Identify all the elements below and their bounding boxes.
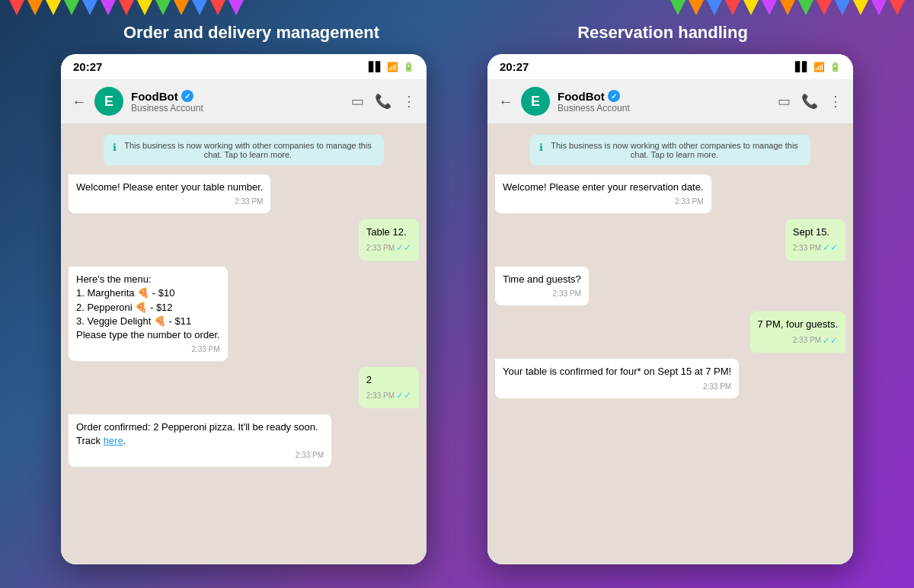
header-icons-2: ▭ 📞 ⋮ <box>778 93 842 110</box>
msg-time: 2:33 PM <box>76 197 263 207</box>
msg-time: 2:33 PM ✓✓ <box>366 389 411 402</box>
msg-text: 7 PM, four guests. <box>758 318 839 330</box>
business-notice-2: ℹ This business is now working with othe… <box>530 135 810 165</box>
status-icons-1: ▋▋ 📶 🔋 <box>369 62 414 72</box>
menu-icon[interactable]: ⋮ <box>829 93 842 110</box>
msg-received-1: Welcome! Please enter your table number.… <box>69 174 270 213</box>
msg-received-2: Time and guests? 2:33 PM <box>495 267 589 305</box>
chat-body-1: ℹ This business is now working with othe… <box>61 124 427 564</box>
wifi-icon: 📶 <box>387 62 398 72</box>
msg-text: Welcome! Please enter your table number. <box>76 181 263 193</box>
time-2: 20:27 <box>500 60 529 73</box>
section2-title: Reservation handling <box>478 23 848 43</box>
msg-time: 2:33 PM <box>503 197 704 207</box>
phones-container: 20:27 ▋▋ 📶 🔋 ← E FoodBot ✓ Business Acco… <box>0 54 914 564</box>
verified-icon: ✓ <box>181 90 193 102</box>
battery-icon: 🔋 <box>403 62 414 72</box>
msg-received-3: Order confirmed: 2 Pepperoni pizza. It'l… <box>69 414 331 467</box>
section1-title: Order and delivery management <box>66 23 436 43</box>
verified-icon: ✓ <box>608 90 620 102</box>
msg-text: Welcome! Please enter your reservation d… <box>503 181 704 193</box>
msg-received-2: Here's the menu: 1. Margherita 🍕 - $10 2… <box>69 267 228 361</box>
chat-info-2: FoodBot ✓ Business Account <box>558 90 770 113</box>
msg-text: Table 12. <box>366 226 407 238</box>
msg-text: Order confirmed: 2 Pepperoni pizza. It'l… <box>76 421 318 446</box>
read-receipt-icon: ✓✓ <box>396 389 411 402</box>
avatar-1: E <box>94 87 123 116</box>
track-link[interactable]: here <box>104 435 123 446</box>
bot-name-1: FoodBot ✓ <box>131 90 344 103</box>
info-icon: ℹ <box>539 142 543 153</box>
msg-sent-2: 7 PM, four guests. 2:33 PM ✓✓ <box>750 312 846 353</box>
chat-header-1: ← E FoodBot ✓ Business Account ▭ 📞 ⋮ <box>61 79 427 124</box>
read-receipt-icon: ✓✓ <box>823 334 838 347</box>
msg-text: 2 <box>366 374 372 385</box>
msg-time: 2:33 PM <box>76 344 220 355</box>
wifi-icon: 📶 <box>813 62 825 72</box>
avatar-2: E <box>521 87 550 116</box>
msg-text: Sept 15. <box>793 226 829 238</box>
status-bar-1: 20:27 ▋▋ 📶 🔋 <box>61 54 427 79</box>
msg-text: Time and guests? <box>503 273 581 285</box>
msg-received-3: Your table is confirmed for four* on Sep… <box>495 359 739 398</box>
read-receipt-icon: ✓✓ <box>823 241 838 254</box>
msg-sent-1: Table 12. 2:33 PM ✓✓ <box>359 219 419 260</box>
msg-sent-2: 2 2:33 PM ✓✓ <box>359 367 419 408</box>
business-notice-1: ℹ This business is now working with othe… <box>104 135 384 165</box>
msg-text: Your table is confirmed for four* on Sep… <box>503 366 731 377</box>
bot-subtitle-1: Business Account <box>131 103 344 113</box>
phone1: 20:27 ▋▋ 📶 🔋 ← E FoodBot ✓ Business Acco… <box>61 54 427 564</box>
msg-time: 2:33 PM ✓✓ <box>793 241 838 254</box>
section-titles: Order and delivery management Reservatio… <box>0 0 914 54</box>
menu-icon[interactable]: ⋮ <box>402 93 416 110</box>
chat-body-2: ℹ This business is now working with othe… <box>487 124 853 564</box>
signal-icon: ▋▋ <box>795 62 809 72</box>
phone-icon[interactable]: 📞 <box>375 93 391 110</box>
bot-name-2: FoodBot ✓ <box>558 90 770 103</box>
status-icons-2: ▋▋ 📶 🔋 <box>795 62 841 72</box>
msg-time: 2:33 PM <box>76 450 324 461</box>
battery-icon: 🔋 <box>829 62 841 72</box>
phone-icon[interactable]: 📞 <box>801 93 818 110</box>
info-icon: ℹ <box>113 142 117 153</box>
chat-header-2: ← E FoodBot ✓ Business Account ▭ 📞 ⋮ <box>487 79 853 124</box>
msg-time: 2:33 PM <box>503 382 731 392</box>
msg-time: 2:33 PM ✓✓ <box>366 241 411 254</box>
phone2: 20:27 ▋▋ 📶 🔋 ← E FoodBot ✓ Business Acco… <box>487 54 853 564</box>
signal-icon: ▋▋ <box>369 62 382 72</box>
msg-received-1: Welcome! Please enter your reservation d… <box>495 174 711 213</box>
time-1: 20:27 <box>73 60 102 73</box>
bot-subtitle-2: Business Account <box>558 103 770 113</box>
msg-time: 2:33 PM <box>503 289 581 299</box>
read-receipt-icon: ✓✓ <box>396 241 411 254</box>
back-arrow-icon[interactable]: ← <box>72 93 87 110</box>
msg-sent-1: Sept 15. 2:33 PM ✓✓ <box>785 219 845 260</box>
video-icon[interactable]: ▭ <box>351 93 364 110</box>
chat-info-1: FoodBot ✓ Business Account <box>131 90 344 113</box>
msg-time: 2:33 PM ✓✓ <box>758 334 839 347</box>
back-arrow-icon[interactable]: ← <box>498 93 513 110</box>
video-icon[interactable]: ▭ <box>778 93 791 110</box>
msg-text: Here's the menu: 1. Margherita 🍕 - $10 2… <box>76 273 220 342</box>
header-icons-1: ▭ 📞 ⋮ <box>351 93 416 110</box>
status-bar-2: 20:27 ▋▋ 📶 🔋 <box>487 54 853 79</box>
